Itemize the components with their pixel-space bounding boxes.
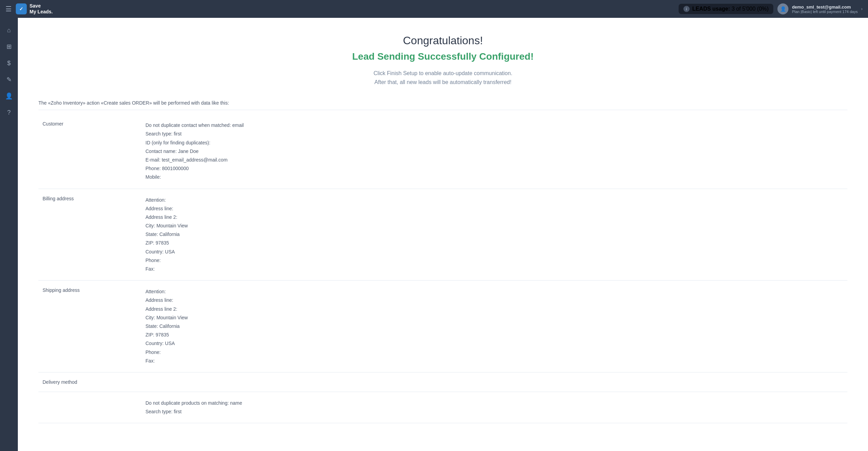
menu-icon[interactable]: ☰: [5, 5, 12, 13]
row-label: [38, 392, 141, 423]
user-info: demo_sml_test@gmail.com Plan |Basic| lef…: [792, 4, 858, 14]
logo-text: Save My Leads.: [30, 3, 53, 15]
congrats-description: Click Finish Setup to enable auto-update…: [38, 69, 847, 86]
user-menu[interactable]: 👤 demo_sml_test@gmail.com Plan |Basic| l…: [777, 3, 863, 14]
info-icon: i: [683, 6, 690, 12]
row-label: Billing address: [38, 189, 141, 281]
table-header: The «Zoho Inventory» action «Create sale…: [38, 100, 847, 110]
sidebar-item-dashboard[interactable]: ⊞: [2, 40, 16, 54]
row-value: Attention:Address line:Address line 2:Ci…: [141, 189, 847, 281]
row-value: Attention:Address line:Address line 2:Ci…: [141, 281, 847, 372]
topbar: ☰ ✓ Save My Leads. i LEADS usage: 3 of 5…: [0, 0, 868, 18]
congrats-section: Congratulations! Lead Sending Successful…: [38, 34, 847, 86]
main-layout: ⌂ ⊞ $ ✎ 👤 ? Congratulations! Lead Sendin…: [0, 18, 868, 451]
congrats-subtitle: Lead Sending Successfully Configured!: [38, 51, 847, 62]
sidebar-item-edit[interactable]: ✎: [2, 73, 16, 86]
data-table: CustomerDo not duplicate contact when ma…: [38, 114, 847, 423]
row-label: Shipping address: [38, 281, 141, 372]
sidebar-item-help[interactable]: ?: [2, 106, 16, 119]
row-label: Delivery method: [38, 372, 141, 392]
table-row: Shipping addressAttention:Address line:A…: [38, 281, 847, 372]
table-row: Billing addressAttention:Address line:Ad…: [38, 189, 847, 281]
row-value: Do not duplicate products on matching: n…: [141, 392, 847, 423]
avatar: 👤: [777, 3, 788, 14]
row-label: Customer: [38, 114, 141, 189]
table-row: Delivery method: [38, 372, 847, 392]
row-value: [141, 372, 847, 392]
sidebar-item-account[interactable]: 👤: [2, 89, 16, 103]
leads-usage-text: LEADS usage: 3 of 5'000 (0%): [692, 6, 769, 12]
sidebar-item-home[interactable]: ⌂: [2, 23, 16, 37]
content-area: Congratulations! Lead Sending Successful…: [18, 18, 868, 451]
sidebar: ⌂ ⊞ $ ✎ 👤 ?: [0, 18, 18, 451]
row-value: Do not duplicate contact when matched: e…: [141, 114, 847, 189]
table-row: CustomerDo not duplicate contact when ma…: [38, 114, 847, 189]
sidebar-item-billing[interactable]: $: [2, 56, 16, 70]
congrats-title: Congratulations!: [38, 34, 847, 47]
logo-icon: ✓: [16, 3, 27, 14]
leads-usage-badge[interactable]: i LEADS usage: 3 of 5'000 (0%): [679, 4, 774, 14]
table-row: Do not duplicate products on matching: n…: [38, 392, 847, 423]
logo: ✓ Save My Leads.: [16, 3, 675, 15]
chevron-icon: ›: [861, 7, 863, 11]
